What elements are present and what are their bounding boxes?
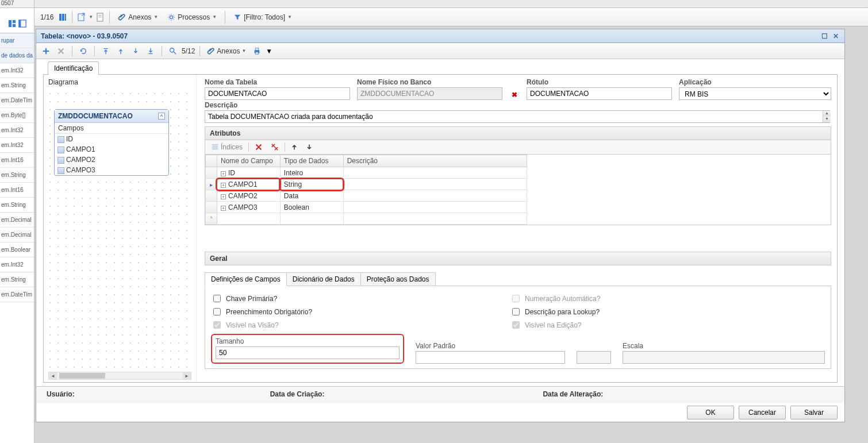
tamanho-highlight: Tamanho [211,334,404,364]
aplicacao-select[interactable]: RM BIS [679,87,831,100]
close-button[interactable]: ✕ [832,32,840,40]
valor-padrao-extra-input[interactable] [577,351,611,364]
new-button[interactable] [40,46,52,56]
index-icon [211,143,219,151]
indices-button[interactable]: Índices [209,142,245,152]
chave-primaria-label: Chave Primária? [226,295,277,303]
document-tabstrip [34,0,868,8]
move-up-button[interactable] [289,142,300,152]
group-header[interactable]: rupar [0,33,34,48]
first-button[interactable] [99,46,112,56]
document-tab[interactable]: 0507 [0,0,34,8]
type-row: em.String [0,78,34,93]
desc-lookup-checkbox[interactable] [512,308,520,315]
rotulo-input[interactable] [527,87,672,100]
type-row: em.String [0,198,34,213]
chave-primaria-checkbox[interactable] [213,295,221,302]
entity-field[interactable]: CAMPO2 [55,155,168,165]
export-icon[interactable] [77,13,86,22]
nome-tabela-label: Nome da Tabela [205,78,350,86]
delete-button[interactable] [55,46,67,56]
tamanho-input[interactable] [216,346,400,359]
salvar-button[interactable]: Salvar [790,406,838,419]
svg-point-12 [170,16,173,18]
search-button[interactable] [167,46,179,56]
subtab-protecao[interactable]: Proteção aos Dados [360,272,436,286]
left-sidebar: 0507 rupar de dados da em.Int32em.String… [0,0,34,443]
escala-input [623,351,825,364]
type-row: em.Int32 [0,123,34,138]
nav-counter: 5/12 [182,47,195,55]
dialog-title-text: Tabela: <novo> - 03.9.0507 [41,32,128,40]
preenchimento-checkbox[interactable] [213,308,221,315]
nome-tabela-input[interactable] [205,87,350,100]
subtab-dicionario[interactable]: Dicionário de Dados [286,272,361,286]
atributos-header: Atributos [205,126,831,140]
entity-box[interactable]: ZMDDOCUMENTACAO^ Campos IDCAMPO1CAMPO2CA… [54,109,169,176]
table-row[interactable]: ▸+CAMPO1String [206,179,527,190]
next-button[interactable] [129,46,142,56]
type-row: em.Decimal [0,228,34,242]
horizontal-scrollbar[interactable]: ◄► [48,372,191,380]
clear-nome-fisico-button[interactable]: ✖ [509,90,520,100]
layout-icon[interactable] [8,20,16,28]
svg-rect-2 [12,24,15,26]
gear-icon [167,13,175,21]
anexos-button[interactable]: Anexos▼ [114,11,162,23]
attributes-grid[interactable]: Nome do Campo Tipo de Dados Descrição +I… [205,155,831,225]
collapse-icon[interactable]: ^ [158,113,165,120]
svg-rect-0 [8,20,11,26]
visivel-visao-label: Visível na Visão? [226,321,279,329]
delete-all-button[interactable] [268,142,281,152]
table-row[interactable]: +CAMPO2Data [206,190,527,202]
valor-padrao-input[interactable] [416,351,565,364]
subtab-definicoes[interactable]: Definições de Campos [205,272,287,286]
export-dropdown[interactable]: ▼ [89,14,93,20]
new-row[interactable]: * [206,213,527,225]
data-alteracao-label: Data de Alteração: [543,390,603,398]
type-row: em.Boolear [0,242,34,257]
spin-down[interactable]: ▼ [823,117,831,122]
numeracao-auto-checkbox [512,295,520,302]
print-button[interactable] [251,46,263,56]
processos-button[interactable]: Processos▼ [164,11,220,23]
refresh-button[interactable] [77,46,90,56]
maximize-button[interactable]: ☐ [820,32,828,40]
ok-button[interactable]: OK [687,406,734,419]
descricao-input[interactable] [205,110,830,123]
panel-icon[interactable] [18,20,26,28]
record-counter: 1/16 [40,13,53,21]
visivel-visao-checkbox [213,321,221,329]
entity-field[interactable]: ID [55,134,168,144]
document-icon[interactable] [95,13,105,22]
main-toolbar: 1/16 ▼ Anexos▼ Processos▼ [Filtro: Todos… [34,8,868,26]
footer-info: Usuário: Data de Criação: Data de Altera… [36,386,844,403]
diagram-canvas[interactable]: ZMDDOCUMENTACAO^ Campos IDCAMPO1CAMPO2CA… [46,90,194,369]
prev-button[interactable] [114,46,127,56]
entity-field[interactable]: CAMPO1 [55,144,168,155]
svg-rect-7 [65,14,66,21]
print-dropdown[interactable]: ▼ [266,47,272,55]
table-row[interactable]: +IDInteiro [206,167,527,179]
svg-rect-16 [256,52,259,54]
tab-identificacao[interactable]: Identificação [48,61,99,75]
col-tipo[interactable]: Tipo de Dados [280,155,343,167]
delete-row-button[interactable] [252,142,265,152]
spin-up[interactable]: ▲ [823,111,831,117]
table-row[interactable]: +CAMPO3Boolean [206,202,527,213]
filter-button[interactable]: [Filtro: Todos]▼ [230,11,295,23]
anexos-dialog-button[interactable]: Anexos▼ [205,46,248,56]
columns-icon[interactable] [58,13,67,22]
svg-rect-15 [256,48,259,50]
paperclip-icon [207,47,215,55]
dialog-toolbar: 5/12 Anexos▼ ▼ [36,43,844,59]
cancelar-button[interactable]: Cancelar [739,406,786,419]
col-nome[interactable]: Nome do Campo [217,155,280,167]
col-desc[interactable]: Descrição [343,155,527,167]
last-button[interactable] [144,46,157,56]
entity-field[interactable]: CAMPO3 [55,165,168,175]
move-down-button[interactable] [304,142,315,152]
svg-rect-5 [59,14,62,21]
data-source-label: de dados da [0,48,34,63]
type-row: em.Int16 [0,153,34,168]
